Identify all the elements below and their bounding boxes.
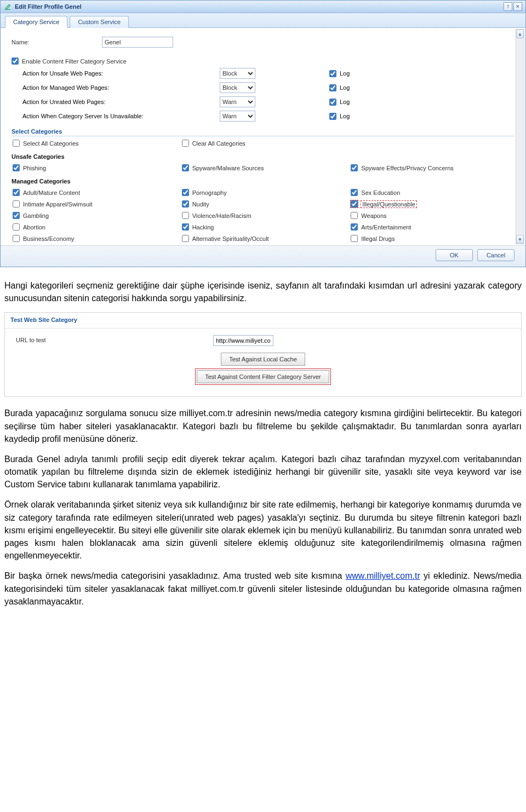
cb-violence[interactable] [182, 212, 189, 219]
action-unrated-label: Action for Unrated Web Pages: [22, 99, 220, 105]
lbl-hacking: Hacking [192, 224, 214, 231]
cb-illegal-q[interactable] [351, 200, 358, 208]
tab-custom-service[interactable]: Custom Service [70, 16, 129, 28]
name-label: Name: [12, 39, 102, 45]
help-button[interactable]: ? [504, 2, 512, 11]
lbl-illegal-drugs: Illegal Drugs [361, 235, 395, 242]
lbl-abortion: Abortion [23, 224, 45, 231]
action-unavailable-label: Action When Category Server Is Unavailab… [22, 113, 220, 119]
milliyet-link[interactable]: www.milliyet.com.tr [346, 571, 420, 580]
name-input[interactable] [102, 37, 173, 48]
action-unavailable-log-cb[interactable] [329, 113, 336, 120]
cancel-button[interactable]: Cancel [477, 249, 514, 261]
paragraph-4: Örnek olarak veritabanında şirket siteni… [4, 498, 522, 562]
p5-text-a: Bir başka örnek news/media categorisini … [4, 571, 346, 580]
cb-spyware-effects[interactable] [351, 164, 358, 171]
tab-category-service[interactable]: Category Service [5, 16, 67, 28]
cb-spyware-sources[interactable] [182, 164, 189, 171]
tab-strip: Category Service Custom Service [1, 13, 525, 28]
lbl-gambling: Gambling [23, 212, 49, 219]
cb-gambling[interactable] [13, 212, 20, 219]
clear-all-cb[interactable] [182, 140, 189, 147]
scroll-down-icon[interactable]: ▼ [516, 235, 524, 244]
action-unavailable-select[interactable]: Warn [220, 111, 255, 122]
enable-row: Enable Content Filter Category Service [12, 57, 514, 65]
action-unrated-log-cb[interactable] [329, 99, 336, 106]
lbl-alt-spirit: Alternative Spirituality/Occult [192, 235, 269, 242]
url-to-test-input[interactable] [213, 335, 273, 346]
scroll-up-icon[interactable]: ▲ [516, 30, 524, 38]
edit-filter-profile-dialog: Edit Filter Profile Genel ? ✕ Category S… [0, 0, 526, 267]
paragraph-1: Hangi kategorileri seçmeniz gerektiğine … [4, 279, 522, 304]
lbl-violence: Violence/Hate/Racism [192, 212, 251, 219]
select-categories-head: Select Categories [12, 128, 514, 136]
unsafe-grid: Phishing Spyware/Malware Sources Spyware… [13, 164, 514, 171]
lbl-adult: Adult/Mature Content [23, 189, 80, 196]
lbl-intimate: Intimate Apparel/Swimsuit [23, 201, 93, 208]
enable-label: Enable Content Filter Category Service [22, 58, 127, 65]
lbl-spyware-effects: Spyware Effects/Privacy Concerns [361, 165, 454, 171]
action-unsafe-select[interactable]: Block [220, 68, 255, 79]
test-website-panel: Test Web Site Category URL to test Test … [4, 312, 522, 397]
action-managed-row: Action for Managed Web Pages: Block Log [22, 82, 514, 93]
lbl-business: Business/Economy [23, 235, 75, 242]
action-unrated-log-label: Log [340, 99, 350, 105]
action-unrated-row: Action for Unrated Web Pages: Warn Log [22, 96, 514, 107]
managed-grid: Adult/Mature Content Pornography Sex Edu… [13, 189, 514, 242]
cb-pornography[interactable] [182, 189, 189, 196]
lbl-sex-ed: Sex Education [361, 189, 400, 196]
paragraph-5: Bir başka örnek news/media categorisini … [4, 569, 522, 608]
enable-checkbox[interactable] [12, 57, 19, 65]
dialog-title: Edit Filter Profile Genel [15, 3, 82, 10]
cb-sex-ed[interactable] [351, 189, 358, 196]
titlebar-icons: ? ✕ [504, 2, 522, 11]
action-unsafe-label: Action for Unsafe Web Pages: [22, 70, 220, 77]
managed-categories-head: Managed Categories [12, 178, 514, 186]
url-to-test-label: URL to test [16, 336, 213, 345]
dialog-body: Name: Enable Content Filter Category Ser… [1, 28, 525, 245]
lbl-pornography: Pornography [192, 189, 227, 196]
cb-phishing[interactable] [13, 164, 20, 171]
action-unsafe-log-cb[interactable] [329, 70, 336, 77]
action-unrated-select[interactable]: Warn [220, 96, 255, 107]
action-managed-select[interactable]: Block [220, 82, 255, 93]
unsafe-categories-head: Unsafe Categories [12, 153, 514, 161]
test-category-server-button[interactable]: Test Against Content Filter Category Ser… [197, 370, 329, 383]
select-all-cb[interactable] [13, 140, 20, 147]
lbl-spyware-sources: Spyware/Malware Sources [192, 165, 264, 171]
cb-hacking[interactable] [182, 223, 189, 231]
cb-abortion[interactable] [13, 223, 20, 231]
cb-arts[interactable] [351, 223, 358, 231]
action-unsafe-log-label: Log [340, 70, 350, 77]
action-unsafe-row: Action for Unsafe Web Pages: Block Log [22, 68, 514, 79]
cb-alt-spirit[interactable] [182, 235, 189, 242]
action-managed-label: Action for Managed Web Pages: [22, 84, 220, 91]
lbl-nudity: Nudity [192, 201, 209, 208]
select-clear-row: Select All Categories Clear All Categori… [13, 140, 514, 147]
action-grid: Action for Unsafe Web Pages: Block Log A… [22, 68, 514, 122]
lbl-illegal-q: Illegal/Questionable [361, 201, 416, 208]
paragraph-2: Burada yapacağınız sorgulama sonucu size… [4, 407, 522, 445]
cb-illegal-drugs[interactable] [351, 235, 358, 242]
cb-business[interactable] [13, 235, 20, 242]
test-local-cache-button[interactable]: Test Against Local Cache [221, 353, 305, 366]
action-managed-log-label: Log [340, 84, 350, 91]
lbl-phishing: Phishing [23, 165, 46, 171]
ok-button[interactable]: OK [436, 249, 473, 261]
dialog-titlebar: Edit Filter Profile Genel ? ✕ [1, 1, 525, 13]
title-left: Edit Filter Profile Genel [4, 3, 82, 10]
close-button[interactable]: ✕ [513, 2, 522, 11]
dialog-footer: OK Cancel [1, 245, 525, 267]
document-body: Hangi kategorileri seçmeniz gerektiğine … [0, 274, 526, 629]
cb-intimate[interactable] [13, 200, 20, 208]
action-unavailable-log-label: Log [340, 113, 350, 119]
edit-icon [4, 3, 12, 10]
vertical-scrollbar[interactable]: ▲ ▼ [516, 29, 524, 244]
cb-weapons[interactable] [351, 212, 358, 219]
clear-all-label: Clear All Categories [192, 140, 245, 147]
name-row: Name: [12, 37, 514, 48]
action-managed-log-cb[interactable] [329, 84, 336, 91]
cb-adult[interactable] [13, 189, 20, 196]
cb-nudity[interactable] [182, 200, 189, 208]
test-panel-head: Test Web Site Category [5, 313, 521, 329]
